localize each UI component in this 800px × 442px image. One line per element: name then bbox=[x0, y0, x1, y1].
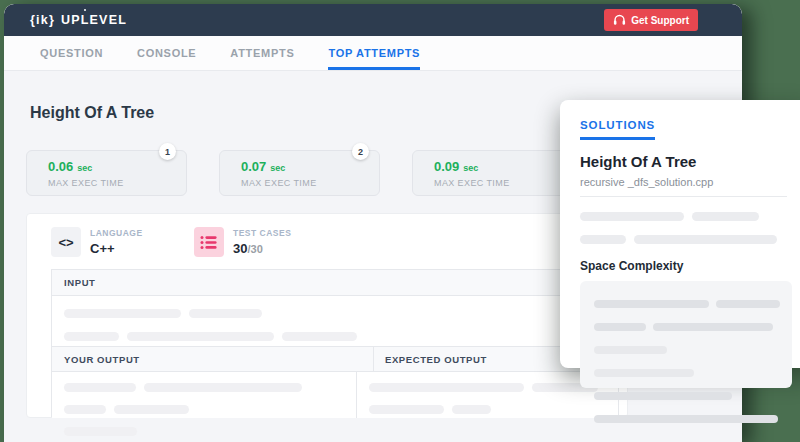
test-cases-score: 30/30 bbox=[233, 241, 291, 256]
tab-console[interactable]: CONSOLE bbox=[137, 36, 196, 70]
exec-time-value: 0.06 bbox=[48, 159, 73, 174]
output-headers-row: YOUR OUTPUT EXPECTED OUTPUT bbox=[52, 346, 618, 372]
exec-time-value-line: 0.06 sec bbox=[48, 159, 186, 174]
input-header: INPUT bbox=[52, 270, 618, 296]
solution-text-skeleton bbox=[580, 207, 800, 248]
exec-time-value-line: 0.07 sec bbox=[241, 159, 379, 174]
tab-bar: QUESTION CONSOLE ATTEMPTS TOP ATTEMPTS bbox=[4, 36, 742, 71]
space-complexity-title: Space Complexity bbox=[580, 259, 800, 273]
space-complexity-skeleton bbox=[580, 281, 792, 388]
exec-time-value: 0.07 bbox=[241, 159, 266, 174]
logo-name: UPLEVEL bbox=[61, 13, 127, 27]
exec-time-unit: sec bbox=[77, 163, 92, 173]
get-support-label: Get Support bbox=[631, 15, 689, 26]
solution-title: Height Of A Tree bbox=[580, 153, 800, 170]
tab-solutions[interactable]: SOLUTIONS bbox=[580, 119, 655, 140]
exec-time-card-2[interactable]: 2 0.07 sec MAX EXEC TIME bbox=[219, 150, 380, 196]
language-meta: <> LANGUAGE C++ bbox=[51, 227, 143, 257]
test-cases-total: /30 bbox=[247, 243, 262, 255]
test-cases-label: TEST CASES bbox=[233, 228, 291, 238]
test-cases-meta: TEST CASES 30/30 bbox=[194, 227, 291, 257]
solution-filename: recursive _dfs_solution.cpp bbox=[580, 176, 800, 188]
screenshot-canvas: {ik} UPLEVEL Get Support QUESTION CONSOL… bbox=[0, 0, 800, 442]
exec-time-label: MAX EXEC TIME bbox=[434, 178, 572, 188]
exec-time-label: MAX EXEC TIME bbox=[241, 178, 379, 188]
tab-top-attempts[interactable]: TOP ATTEMPTS bbox=[328, 36, 420, 70]
exec-time-value-line: 0.09 sec bbox=[434, 159, 572, 174]
code-icon: <> bbox=[51, 227, 81, 257]
test-list-icon bbox=[194, 227, 224, 257]
exec-time-value: 0.09 bbox=[434, 159, 459, 174]
logo-name-l: L bbox=[81, 13, 90, 27]
rank-badge: 2 bbox=[352, 143, 369, 160]
headset-icon bbox=[613, 14, 626, 26]
exec-time-label: MAX EXEC TIME bbox=[48, 178, 186, 188]
language-label: LANGUAGE bbox=[90, 228, 143, 238]
logo-l-dot-decoration bbox=[84, 9, 86, 11]
rank-badge: 1 bbox=[159, 143, 176, 160]
app-header: {ik} UPLEVEL Get Support bbox=[4, 4, 742, 36]
get-support-button[interactable]: Get Support bbox=[604, 9, 698, 31]
exec-time-unit: sec bbox=[463, 163, 478, 173]
attempt-detail-card: <> LANGUAGE C++ TEST CASES 30/30 INPUT bbox=[26, 213, 628, 418]
solutions-panel: SOLUTIONS Height Of A Tree recursive _df… bbox=[560, 100, 800, 368]
your-output-header: YOUR OUTPUT bbox=[52, 347, 374, 371]
output-skeleton-body bbox=[52, 372, 618, 418]
brand-logo: {ik} UPLEVEL bbox=[30, 13, 127, 27]
logo-name-pre: UP bbox=[61, 13, 81, 27]
input-skeleton-body bbox=[52, 296, 618, 346]
test-result-table: INPUT YOUR OUTPUT EXPECTED OUTPUT bbox=[51, 269, 619, 417]
exec-time-card-1[interactable]: 1 0.06 sec MAX EXEC TIME bbox=[26, 150, 187, 196]
exec-time-cards: 1 0.06 sec MAX EXEC TIME 2 0.07 sec MAX … bbox=[26, 150, 573, 196]
tab-question[interactable]: QUESTION bbox=[40, 36, 103, 70]
divider bbox=[580, 196, 787, 197]
page-title: Height Of A Tree bbox=[30, 104, 154, 122]
expected-output-skeleton bbox=[357, 372, 618, 418]
exec-time-unit: sec bbox=[270, 163, 285, 173]
test-cases-passed: 30 bbox=[233, 241, 247, 256]
language-value: C++ bbox=[90, 241, 143, 256]
logo-braces: {ik} bbox=[30, 13, 55, 27]
your-output-skeleton bbox=[52, 372, 357, 418]
tab-attempts[interactable]: ATTEMPTS bbox=[230, 36, 294, 70]
exec-time-card-3[interactable]: 0.09 sec MAX EXEC TIME bbox=[412, 150, 573, 196]
logo-name-post: EVEL bbox=[90, 13, 127, 27]
